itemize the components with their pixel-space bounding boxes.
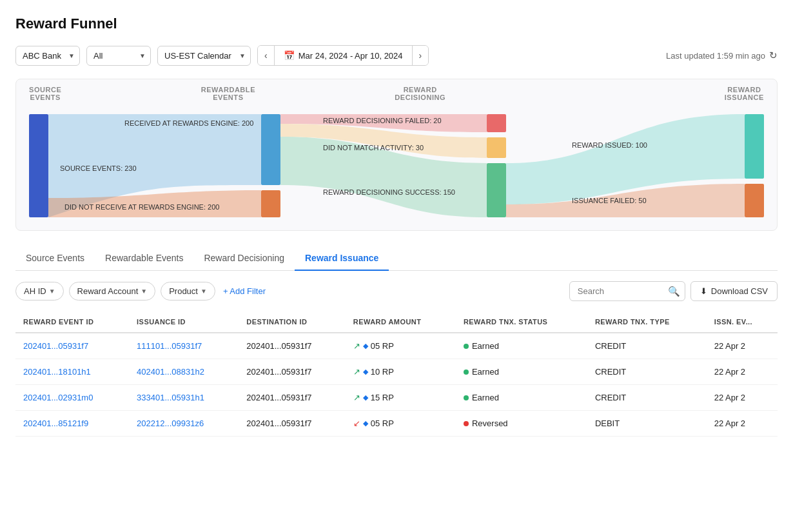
segment-selector[interactable]: All ▼ [86,46,151,66]
issuance-id-link[interactable]: 111101...05931f7 [137,341,202,351]
amount-up-icon: ↗ [353,393,360,402]
svg-text:REWARD ISSUED: 100: REWARD ISSUED: 100 [572,141,647,149]
download-csv-button[interactable]: ⬇ Download CSV [690,281,778,301]
col-issuance-id: ISSUANCE ID [129,311,239,333]
refresh-icon[interactable]: ↻ [769,50,778,61]
last-updated-text: Last updated 1:59 min ago [666,51,765,61]
table-row: 202401...02931m0 333401...05931h1 202401… [15,385,778,411]
tab-reward-decisioning[interactable]: Reward Decisioning [193,246,295,271]
download-icon: ⬇ [700,286,707,296]
diamond-icon: ◆ [363,393,368,402]
cell-destination-id: 202401...05931f7 [239,359,345,385]
svg-text:SOURCE EVENTS: 230: SOURCE EVENTS: 230 [60,164,137,172]
amount-value: 15 RP [371,393,394,402]
svg-rect-4 [487,137,506,158]
amount-up-icon: ↗ [353,341,360,351]
ah-id-chevron-icon: ▼ [49,288,55,295]
segment-select[interactable]: All [86,46,151,66]
tab-source-events[interactable]: Source Events [15,246,95,271]
ah-id-filter[interactable]: AH ID ▼ [15,282,64,300]
reward-account-filter[interactable]: Reward Account ▼ [69,282,156,300]
reward-account-chevron-icon: ▼ [141,288,147,295]
search-wrapper: 🔍 [569,281,685,301]
cell-destination-id: 202401...05931f7 [239,385,345,411]
reward-account-label: Reward Account [77,286,139,296]
col-destination-id: DESTINATION ID [239,311,345,333]
sankey-label-issuance: REWARDISSUANCE [725,86,764,101]
table-header-row: REWARD EVENT ID ISSUANCE ID DESTINATION … [15,311,778,333]
cell-reward-amount: ↗ ◆ 05 RP [346,333,456,359]
bank-select[interactable]: ABC Bank [15,46,80,66]
cell-destination-id: 202401...05931f7 [239,333,345,359]
date-next-button[interactable]: › [412,46,429,65]
table-row: 202401...85121f9 202212...09931z6 202401… [15,411,778,437]
diamond-icon: ◆ [363,368,368,376]
status-dot [464,395,469,400]
reward-event-id-link[interactable]: 202401...85121f9 [23,419,88,428]
svg-rect-1 [261,114,280,185]
diamond-icon: ◆ [363,419,368,428]
svg-rect-7 [745,184,764,217]
tab-reward-issuance[interactable]: Reward Issuance [295,246,389,271]
cell-destination-id: 202401...05931f7 [239,411,345,437]
svg-rect-2 [261,190,280,217]
cell-reward-amount: ↗ ◆ 15 RP [346,385,456,411]
cell-issn-ev: 22 Apr 2 [707,359,778,385]
cell-issn-ev: 22 Apr 2 [707,411,778,437]
data-table-wrapper: REWARD EVENT ID ISSUANCE ID DESTINATION … [15,311,778,437]
cell-issn-ev: 22 Apr 2 [707,333,778,359]
sankey-chart: SOURCEEVENTS REWARDABLEEVENTS REWARDDECI… [15,79,778,231]
status-dot [464,369,469,375]
product-chevron-icon: ▼ [201,288,207,295]
issuance-id-link[interactable]: 333401...05931h1 [137,393,204,402]
cell-reward-event-id: 202401...85121f9 [15,411,129,437]
cell-reward-event-id: 202401...05931f7 [15,333,129,359]
page-title: Reward Funnel [15,15,778,32]
ah-id-label: AH ID [24,286,46,296]
add-filter-button[interactable]: + Add Filter [220,282,268,300]
table-row: 202401...05931f7 111101...05931f7 202401… [15,333,778,359]
cell-txn-type: DEBIT [587,411,707,437]
col-txn-status: REWARD TNX. STATUS [456,311,587,333]
sankey-label-rewardable: REWARDABLEEVENTS [201,86,255,101]
svg-rect-0 [29,114,48,217]
issuance-id-link[interactable]: 202212...09931z6 [137,419,204,428]
col-txn-type: REWARD TNX. TYPE [587,311,707,333]
cell-issn-ev: 22 Apr 2 [707,385,778,411]
sankey-labels: SOURCEEVENTS REWARDABLEEVENTS REWARDDECI… [16,79,777,101]
product-filter[interactable]: Product ▼ [161,282,215,300]
amount-value: 05 RP [371,419,394,428]
cell-reward-amount: ↗ ◆ 10 RP [346,359,456,385]
svg-rect-3 [487,114,506,132]
col-issn-ev: ISSN. EV... [707,311,778,333]
date-range-text: Mar 24, 2024 - Apr 10, 2024 [299,51,403,61]
reward-event-id-link[interactable]: 202401...02931m0 [23,393,93,402]
toolbar: ABC Bank ▼ All ▼ US-EST Calendar ▼ ‹ 📅 M… [15,45,778,66]
col-reward-event-id: REWARD EVENT ID [15,311,129,333]
search-icon[interactable]: 🔍 [668,286,680,297]
cell-reward-event-id: 202401...18101h1 [15,359,129,385]
svg-text:REWARD DECISIONING SUCCESS: 15: REWARD DECISIONING SUCCESS: 150 [323,188,455,196]
date-prev-button[interactable]: ‹ [258,46,275,65]
status-text: Earned [472,367,499,377]
tab-rewardable-events[interactable]: Rewardable Events [95,246,193,271]
cell-txn-status: Earned [456,359,587,385]
diamond-icon: ◆ [363,342,368,350]
bank-selector[interactable]: ABC Bank ▼ [15,46,80,66]
reward-event-id-link[interactable]: 202401...18101h1 [23,367,91,377]
status-dot [464,421,469,426]
cell-issuance-id: 111101...05931f7 [129,333,239,359]
date-range-nav: ‹ 📅 Mar 24, 2024 - Apr 10, 2024 › [257,45,429,66]
tab-bar: Source Events Rewardable Events Reward D… [15,246,778,271]
svg-text:DID NOT RECEIVE AT REWARDS ENG: DID NOT RECEIVE AT REWARDS ENGINE: 200 [64,203,219,211]
svg-text:DID NOT MATCH ACTIVITY: 30: DID NOT MATCH ACTIVITY: 30 [323,144,424,152]
last-updated: Last updated 1:59 min ago ↻ [666,50,778,61]
calendar-selector[interactable]: US-EST Calendar ▼ [157,46,251,66]
svg-rect-5 [487,163,506,217]
reward-event-id-link[interactable]: 202401...05931f7 [23,341,88,351]
date-range-display: 📅 Mar 24, 2024 - Apr 10, 2024 [275,46,412,65]
issuance-id-link[interactable]: 402401...08831h2 [137,367,204,377]
cell-txn-status: Reversed [456,411,587,437]
cell-issuance-id: 402401...08831h2 [129,359,239,385]
calendar-select[interactable]: US-EST Calendar [157,46,251,66]
